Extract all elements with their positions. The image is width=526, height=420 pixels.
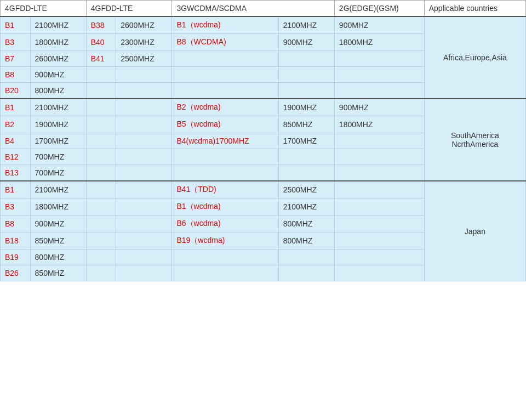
lte2-freq <box>116 215 172 232</box>
gsm-freq <box>334 149 424 165</box>
lte1-freq: 900MHZ <box>30 215 86 232</box>
gsm-freq: 900MHZ <box>334 99 424 116</box>
gsm-freq: 900MHZ <box>334 16 424 34</box>
lte2-band <box>86 133 116 149</box>
wcdma-band <box>172 265 278 281</box>
lte2-freq <box>116 99 172 116</box>
gsm-freq <box>334 215 424 232</box>
lte1-freq: 1800MHZ <box>30 34 86 51</box>
lte1-freq: 2100MHZ <box>30 181 86 198</box>
header-4gfdd-lte-2: 4GFDD-LTE <box>86 1 172 17</box>
lte1-band: B8 <box>1 215 31 232</box>
lte2-band <box>86 116 116 133</box>
lte2-freq: 2300MHZ <box>116 34 172 51</box>
gsm-freq <box>334 165 424 181</box>
lte2-freq <box>116 181 172 198</box>
lte2-freq <box>116 83 172 99</box>
lte1-band: B3 <box>1 198 31 215</box>
wcdma-freq: 850MHZ <box>278 116 334 133</box>
region-cell: Africa,Europe,Asia <box>424 16 525 99</box>
wcdma-freq <box>278 149 334 165</box>
wcdma-freq: 2100MHZ <box>278 16 334 34</box>
lte1-freq: 850MHZ <box>30 265 86 281</box>
lte1-freq: 900MHZ <box>30 67 86 83</box>
lte1-band: B26 <box>1 265 31 281</box>
lte1-freq: 2100MHZ <box>30 99 86 116</box>
wcdma-freq: 800MHZ <box>278 215 334 232</box>
gsm-freq <box>334 265 424 281</box>
lte1-freq: 1900MHZ <box>30 116 86 133</box>
wcdma-freq <box>278 165 334 181</box>
gsm-freq <box>334 67 424 83</box>
wcdma-band: B2（wcdma) <box>172 99 278 116</box>
wcdma-band: B6（wcdma) <box>172 215 278 232</box>
header-3gwcdma: 3GWCDMA/SCDMA <box>172 1 334 17</box>
wcdma-freq: 900MHZ <box>278 34 334 51</box>
gsm-freq <box>334 51 424 67</box>
lte2-band <box>86 99 116 116</box>
gsm-freq <box>334 133 424 149</box>
lte2-freq <box>116 116 172 133</box>
gsm-freq <box>334 232 424 249</box>
lte1-band: B1 <box>1 99 31 116</box>
lte1-band: B13 <box>1 165 31 181</box>
lte2-band <box>86 181 116 198</box>
lte1-freq: 800MHZ <box>30 83 86 99</box>
lte1-freq: 2600MHZ <box>30 51 86 67</box>
table-row: B12100MHZB41（TDD)2500MHZJapan <box>1 181 526 198</box>
lte1-band: B20 <box>1 83 31 99</box>
lte1-band: B18 <box>1 232 31 249</box>
gsm-freq: 1800MHZ <box>334 34 424 51</box>
wcdma-band: B4(wcdma)1700MHZ <box>172 133 278 149</box>
wcdma-freq <box>278 51 334 67</box>
wcdma-band: B1（wcdma) <box>172 16 278 34</box>
lte1-freq: 800MHZ <box>30 249 86 265</box>
wcdma-freq: 2500MHZ <box>278 181 334 198</box>
lte2-freq <box>116 198 172 215</box>
gsm-freq <box>334 181 424 198</box>
lte2-band: B38 <box>86 16 116 34</box>
lte1-freq: 2100MHZ <box>30 16 86 34</box>
lte2-band <box>86 249 116 265</box>
wcdma-freq <box>278 249 334 265</box>
lte1-freq: 700MHZ <box>30 165 86 181</box>
wcdma-band: B41（TDD) <box>172 181 278 198</box>
wcdma-band: B19（wcdma) <box>172 232 278 249</box>
wcdma-band <box>172 51 278 67</box>
lte1-band: B1 <box>1 16 31 34</box>
header-row: 4GFDD-LTE 4GFDD-LTE 3GWCDMA/SCDMA 2G(EDG… <box>1 1 526 17</box>
lte1-band: B8 <box>1 67 31 83</box>
wcdma-band: B1（wcdma) <box>172 198 278 215</box>
lte1-freq: 1700MHZ <box>30 133 86 149</box>
lte2-freq <box>116 133 172 149</box>
gsm-freq <box>334 249 424 265</box>
wcdma-band <box>172 67 278 83</box>
lte2-freq: 2500MHZ <box>116 51 172 67</box>
lte2-band: B40 <box>86 34 116 51</box>
frequency-table: 4GFDD-LTE 4GFDD-LTE 3GWCDMA/SCDMA 2G(EDG… <box>0 0 526 281</box>
lte2-band <box>86 67 116 83</box>
gsm-freq <box>334 83 424 99</box>
table-row: B12100MHZB382600MHZB1（wcdma)2100MHZ900MH… <box>1 16 526 34</box>
lte1-band: B1 <box>1 181 31 198</box>
lte2-band <box>86 198 116 215</box>
lte2-freq: 2600MHZ <box>116 16 172 34</box>
lte1-freq: 700MHZ <box>30 149 86 165</box>
wcdma-freq: 1900MHZ <box>278 99 334 116</box>
lte1-freq: 850MHZ <box>30 232 86 249</box>
lte2-freq <box>116 67 172 83</box>
lte2-band <box>86 215 116 232</box>
lte2-freq <box>116 232 172 249</box>
lte2-band <box>86 265 116 281</box>
wcdma-freq <box>278 83 334 99</box>
lte2-freq <box>116 149 172 165</box>
lte2-band <box>86 232 116 249</box>
lte1-band: B7 <box>1 51 31 67</box>
wcdma-band: B8（WCDMA) <box>172 34 278 51</box>
header-2g: 2G(EDGE)(GSM) <box>334 1 424 17</box>
gsm-freq: 1800MHZ <box>334 116 424 133</box>
table-row: B12100MHZB2（wcdma)1900MHZ900MHZSouthAmer… <box>1 99 526 116</box>
lte1-band: B12 <box>1 149 31 165</box>
lte1-band: B3 <box>1 34 31 51</box>
lte2-freq <box>116 249 172 265</box>
